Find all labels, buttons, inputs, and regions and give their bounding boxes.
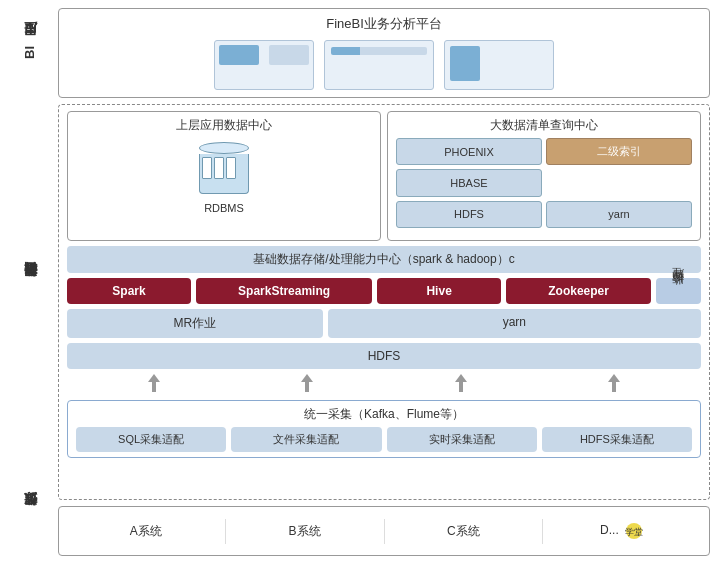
svg-marker-2 xyxy=(455,374,467,392)
db-table-3 xyxy=(226,157,236,179)
collection-title: 统一采集（Kafka、Flume等） xyxy=(76,406,692,423)
foundation-layer-label: 基础数据平台层 xyxy=(6,137,54,437)
dashboard-preview-1 xyxy=(214,40,314,90)
datasource-c: C系统 xyxy=(385,519,544,544)
bi-layer: FineBI业务分析平台 xyxy=(58,8,710,98)
db-body xyxy=(199,154,249,194)
bigdata-grid: PHOENIX 二级索引 HBASE HDFS yarn xyxy=(396,138,692,228)
file-collection: 文件采集适配 xyxy=(231,427,381,452)
sql-collection: SQL采集适配 xyxy=(76,427,226,452)
arrow-4 xyxy=(606,374,622,395)
datasource-b: B系统 xyxy=(226,519,385,544)
dashboard-preview-2 xyxy=(324,40,434,90)
rdbms-icon: RDBMS xyxy=(199,142,249,214)
bi-layer-content xyxy=(67,37,701,92)
arrow-2 xyxy=(299,374,315,395)
db-table-1 xyxy=(202,157,212,179)
upper-app-title: 上层应用数据中心 xyxy=(76,117,372,134)
arrow-3 xyxy=(453,374,469,395)
arrow-row xyxy=(67,374,701,395)
spark-tools: Spark SparkStreaming Hive Zookeeper xyxy=(67,278,651,304)
datasource-d: D... 学堂 xyxy=(543,518,701,544)
secondary-index-cell: 二级索引 xyxy=(546,138,692,165)
middle-row: 上层应用数据中心 xyxy=(67,111,701,241)
bigdata-title: 大数据清单查询中心 xyxy=(396,117,692,134)
bigdata-query-center: 大数据清单查询中心 PHOENIX 二级索引 HBASE HDFS yarn xyxy=(387,111,701,241)
main-container: BI应用层 基础数据平台层 数据源 FineBI业务分析平台 上层应用数据中心 xyxy=(0,0,720,564)
hive-box: Hive xyxy=(377,278,501,304)
datasource-a: A系统 xyxy=(67,519,226,544)
arrow-1 xyxy=(146,374,162,395)
phoenix-cell: PHOENIX xyxy=(396,138,542,165)
processing-center: 基础数据存储/处理能力中心（spark & hadoop）c xyxy=(67,246,701,273)
rdbms-container: RDBMS xyxy=(76,138,372,218)
rdbms-label: RDBMS xyxy=(199,202,249,214)
svg-marker-3 xyxy=(608,374,620,392)
hbase-cell: HBASE xyxy=(396,169,542,196)
hdfs-collection: HDFS采集适配 xyxy=(542,427,692,452)
hdfs-box: HDFS xyxy=(67,343,701,369)
dashboard-preview-3 xyxy=(444,40,554,90)
sparkstreaming-box: SparkStreaming xyxy=(196,278,372,304)
bi-layer-label: BI应用层 xyxy=(6,8,54,98)
datasource-layer: A系统 B系统 C系统 D... 学堂 xyxy=(58,506,710,556)
db-table-2 xyxy=(214,157,224,179)
collection-layer: 统一采集（Kafka、Flume等） SQL采集适配 文件采集适配 实时采集适配… xyxy=(67,400,701,458)
svg-text:学堂: 学堂 xyxy=(625,527,643,537)
mr-yarn-row: MR作业 yarn xyxy=(67,309,701,338)
monitor-box: 监控管理 xyxy=(656,278,701,304)
left-labels: BI应用层 基础数据平台层 数据源 xyxy=(6,8,58,556)
upper-app-center: 上层应用数据中心 xyxy=(67,111,381,241)
bi-layer-title: FineBI业务分析平台 xyxy=(67,15,701,33)
bigdata-hdfs-cell: HDFS xyxy=(396,201,542,228)
bigdata-yarn-cell: yarn xyxy=(546,201,692,228)
foundation-layer: 上层应用数据中心 xyxy=(58,104,710,500)
datasource-items: A系统 B系统 C系统 D... 学堂 xyxy=(67,518,701,544)
content-area: FineBI业务分析平台 上层应用数据中心 xyxy=(58,8,710,556)
collection-grid: SQL采集适配 文件采集适配 实时采集适配 HDFS采集适配 xyxy=(76,427,692,452)
spark-row: Spark SparkStreaming Hive Zookeeper 监控管理 xyxy=(67,278,701,304)
svg-marker-1 xyxy=(301,374,313,392)
db-tables xyxy=(202,157,236,179)
datasource-layer-label: 数据源 xyxy=(6,476,54,556)
db-top xyxy=(199,142,249,154)
svg-marker-0 xyxy=(148,374,160,392)
spark-box: Spark xyxy=(67,278,191,304)
zookeeper-box: Zookeeper xyxy=(506,278,651,304)
realtime-collection: 实时采集适配 xyxy=(387,427,537,452)
db-cylinder xyxy=(199,142,249,202)
mr-box: MR作业 xyxy=(67,309,323,338)
yarn-box: yarn xyxy=(328,309,701,338)
